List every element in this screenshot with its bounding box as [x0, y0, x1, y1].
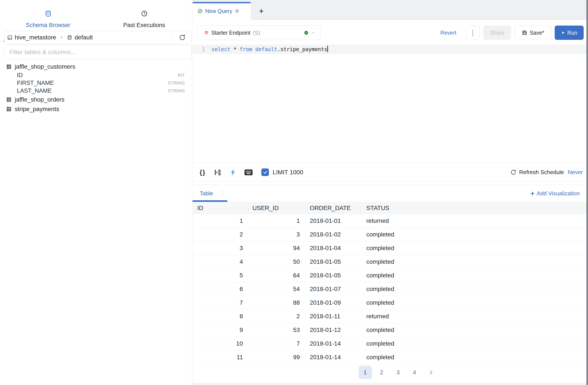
column-name: ID [17, 72, 23, 79]
filter-tables-input[interactable] [4, 45, 191, 59]
results-panel: Table ⋮ + Add Visualization ID USER_ID O… [192, 185, 588, 383]
breadcrumb[interactable]: hive_metastore default [4, 31, 173, 44]
endpoint-layers-icon [204, 31, 209, 35]
column-header-order-date[interactable]: ORDER_DATE [306, 204, 361, 213]
column-name: LAST_NAME [17, 87, 52, 94]
column-row-last-name[interactable]: LAST_NAME STRING [0, 87, 192, 95]
column-header-user-id[interactable]: USER_ID [249, 204, 306, 213]
refresh-schedule-value[interactable]: Never [568, 169, 583, 176]
sql-text: * [230, 46, 240, 52]
cell-order-date: 2018-01-07 [306, 286, 361, 293]
breadcrumb-schema[interactable]: default [74, 34, 93, 41]
page-button-1[interactable]: 1 [358, 366, 372, 379]
table-grid-icon [6, 64, 12, 69]
revert-link[interactable]: Revert [440, 30, 456, 36]
sql-editor[interactable]: 1 select * from default.stripe_payments [192, 44, 588, 163]
cell-user-id: 88 [249, 299, 306, 306]
run-button[interactable]: Run [555, 25, 584, 40]
cell-status: completed [361, 326, 423, 333]
refresh-schema-button[interactable] [173, 31, 191, 44]
editor-toolbar: {} [192, 163, 588, 182]
cell-status: completed [361, 299, 423, 306]
results-tab-underline [192, 200, 227, 202]
refresh-schedule: Refresh Schedule Never [510, 169, 583, 176]
column-type: STRING [168, 88, 185, 93]
cell-id: 1 [192, 217, 249, 224]
vertical-scrollbar[interactable] [587, 0, 588, 385]
table-grid-icon [6, 97, 12, 102]
save-button[interactable]: Save* [514, 25, 552, 40]
cell-id: 4 [192, 258, 249, 265]
keyboard-shortcuts-button[interactable] [244, 169, 253, 176]
column-header-status[interactable]: STATUS [361, 204, 423, 213]
filter-input-wrap [4, 45, 192, 59]
column-row-id[interactable]: ID INT [0, 71, 192, 79]
plus-icon: + [530, 190, 535, 197]
cell-status: completed [361, 354, 423, 361]
page-button-4[interactable]: 4 [408, 366, 421, 379]
sql-editor-app: Schema Browser Past Executions [0, 0, 588, 385]
table-item-jaffle-shop-orders[interactable]: jaffle_shop_orders [0, 95, 192, 104]
play-icon [561, 31, 565, 35]
column-row-first-name[interactable]: FIRST_NAME STRING [0, 79, 192, 87]
table-view-menu-button[interactable]: ⋮ [220, 190, 226, 197]
text-cursor [327, 46, 328, 52]
schema-icon [67, 35, 72, 40]
endpoint-status-check-icon [304, 31, 309, 35]
table-row: 9532018-01-12completed [192, 323, 588, 337]
cell-user-id: 94 [249, 245, 306, 252]
refresh-schedule-label: Refresh Schedule [519, 169, 564, 176]
run-button-label: Run [567, 30, 577, 36]
cell-status: completed [361, 340, 423, 347]
auto-indent-button[interactable] [214, 169, 222, 176]
table-name: jaffle_shop_orders [15, 96, 64, 103]
table-row: 112018-01-01returned [192, 214, 588, 228]
next-page-button[interactable] [424, 366, 438, 379]
cell-order-date: 2018-01-05 [306, 258, 361, 265]
tab-new-query-label: New Query [205, 8, 232, 14]
tab-table-view[interactable]: Table [200, 190, 213, 197]
cell-status: completed [361, 272, 423, 279]
endpoint-name: Starter Endpoint [211, 30, 251, 36]
catalog-icon [7, 35, 13, 40]
page-button-2[interactable]: 2 [375, 366, 388, 379]
table-row: 4502018-01-05completed [192, 255, 588, 269]
lightning-bolt-button[interactable] [230, 169, 236, 176]
tables-list: jaffle_shop_customers ID INT FIRST_NAME … [0, 62, 192, 114]
cell-user-id: 64 [249, 272, 306, 279]
table-row: 7882018-01-09completed [192, 296, 588, 310]
page-button-3[interactable]: 3 [391, 366, 405, 379]
save-button-label: Save* [530, 30, 544, 36]
table-name: jaffle_shop_customers [15, 63, 75, 70]
share-button[interactable]: Share [483, 25, 511, 40]
cell-order-date: 2018-01-01 [306, 217, 361, 224]
unsaved-dot-icon [235, 9, 239, 13]
cell-order-date: 2018-01-11 [306, 313, 361, 320]
chevron-right-icon [60, 36, 63, 39]
editor-line-number: 1 [192, 45, 205, 54]
cell-order-date: 2018-01-14 [306, 340, 361, 347]
add-visualization-label: Add Visualization [537, 190, 580, 197]
breadcrumb-catalog[interactable]: hive_metastore [15, 34, 56, 41]
cell-status: returned [361, 313, 423, 320]
cell-order-date: 2018-01-09 [306, 299, 361, 306]
format-braces-button[interactable]: {} [200, 169, 206, 176]
sql-keyword: default [255, 46, 277, 52]
editor-code-line[interactable]: select * from default.stripe_payments [211, 45, 328, 54]
tab-new-query[interactable]: New Query [192, 2, 251, 20]
table-item-stripe-payments[interactable]: stripe_payments [0, 105, 192, 114]
limit-checkbox[interactable] [261, 169, 269, 176]
pagination: 1 2 3 4 [200, 366, 588, 379]
cell-order-date: 2018-01-12 [306, 326, 361, 333]
cell-status: completed [361, 258, 423, 265]
new-tab-button[interactable]: + [255, 2, 267, 20]
results-column-headers: ID USER_ID ORDER_DATE STATUS [192, 202, 588, 214]
column-header-id[interactable]: ID [192, 204, 249, 213]
table-item-jaffle-shop-customers[interactable]: jaffle_shop_customers [0, 62, 192, 71]
query-actions: Revert ⋮ Share Save* [440, 25, 584, 40]
more-options-button[interactable]: ⋮ [466, 25, 480, 40]
sql-text [252, 46, 255, 52]
add-visualization-button[interactable]: + Add Visualization [530, 185, 580, 202]
sql-text: .stripe_payments [277, 46, 327, 52]
endpoint-selector[interactable]: Starter Endpoint (S) [197, 25, 320, 40]
